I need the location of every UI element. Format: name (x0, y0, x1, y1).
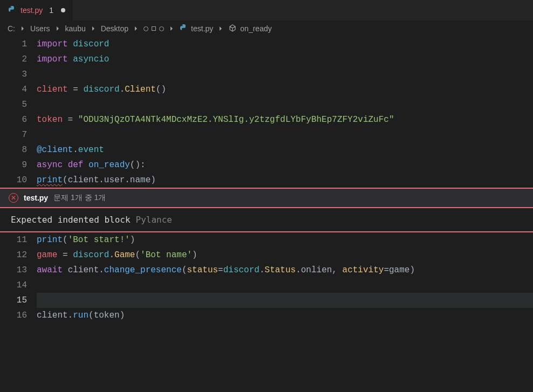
code-line[interactable]: client = discord.Client() (37, 82, 533, 97)
chevron-right-icon (167, 24, 176, 33)
tab-problem-count: 1 (49, 6, 53, 15)
code-line[interactable]: client.run(token) (37, 308, 533, 323)
circle-icon (144, 26, 148, 31)
code-line[interactable]: @client.event (37, 142, 533, 157)
code-line[interactable]: import asyncio (37, 52, 533, 67)
code-line[interactable] (37, 278, 533, 293)
code-line[interactable]: import discord (37, 37, 533, 52)
problem-source: Pylance (136, 215, 172, 225)
problem-file: test.py (24, 194, 48, 202)
problem-message-text: Expected indented block (11, 215, 131, 225)
code-line[interactable]: token = "ODU3NjQzOTA4NTk4MDcxMzE2.YNSlIg… (37, 112, 533, 127)
python-file-icon (8, 5, 16, 16)
editor-tab[interactable]: test.py 1 (0, 0, 73, 20)
breadcrumb-segment[interactable]: Users (30, 24, 50, 33)
code-line[interactable]: print('Bot start!') (37, 232, 533, 247)
chevron-right-icon (53, 24, 62, 33)
line-number-gutter: 1 2 3 4 5 6 7 8 9 10 (0, 37, 37, 188)
chevron-right-icon (89, 24, 98, 33)
code-editor-bottom[interactable]: 11 12 13 14 15 16 print('Bot start!') ga… (0, 232, 533, 323)
error-icon: ✕ (9, 193, 18, 203)
code-line-current[interactable] (37, 293, 533, 308)
breadcrumb-segment[interactable]: kaubu (65, 24, 86, 33)
chevron-right-icon (18, 24, 27, 33)
code-line[interactable]: async def on_ready(): (37, 157, 533, 173)
breadcrumb[interactable]: C: Users kaubu Desktop test.py on_ready (0, 20, 533, 37)
python-file-icon (179, 24, 188, 34)
problem-count: 문제 1개 중 1개 (53, 193, 106, 203)
symbol-function-icon (228, 24, 237, 34)
problem-message-row[interactable]: Expected indented block Pylance (0, 208, 533, 232)
code-editor-top[interactable]: 1 2 3 4 5 6 7 8 9 10 import discord impo… (0, 37, 533, 188)
code-line[interactable] (37, 67, 533, 82)
code-line[interactable]: print(client.user.name) (37, 173, 533, 188)
breadcrumb-segment[interactable]: Desktop (101, 24, 128, 33)
problem-peek-header[interactable]: ✕ test.py 문제 1개 중 1개 (0, 188, 533, 208)
code-line[interactable]: await client.change_presence(status=disc… (37, 263, 533, 278)
unsaved-indicator-icon (61, 8, 65, 12)
code-line[interactable]: game = discord.Game('Bot name') (37, 247, 533, 263)
chevron-right-icon (132, 24, 140, 33)
code-lines[interactable]: print('Bot start!') game = discord.Game(… (37, 232, 533, 323)
breadcrumb-file[interactable]: test.py (179, 24, 213, 34)
line-number-gutter: 11 12 13 14 15 16 (0, 232, 37, 323)
square-icon (152, 26, 156, 31)
code-lines[interactable]: import discord import asyncio client = d… (37, 37, 533, 188)
breadcrumb-segment[interactable]: C: (8, 24, 15, 33)
code-line[interactable] (37, 97, 533, 112)
circle-icon (159, 26, 164, 31)
breadcrumb-symbol[interactable]: on_ready (228, 24, 271, 34)
tab-filename: test.py (20, 6, 43, 15)
breadcrumb-folder-shapes[interactable] (144, 26, 164, 31)
chevron-right-icon (216, 24, 225, 33)
tab-bar: test.py 1 (0, 0, 533, 20)
code-line[interactable] (37, 127, 533, 142)
